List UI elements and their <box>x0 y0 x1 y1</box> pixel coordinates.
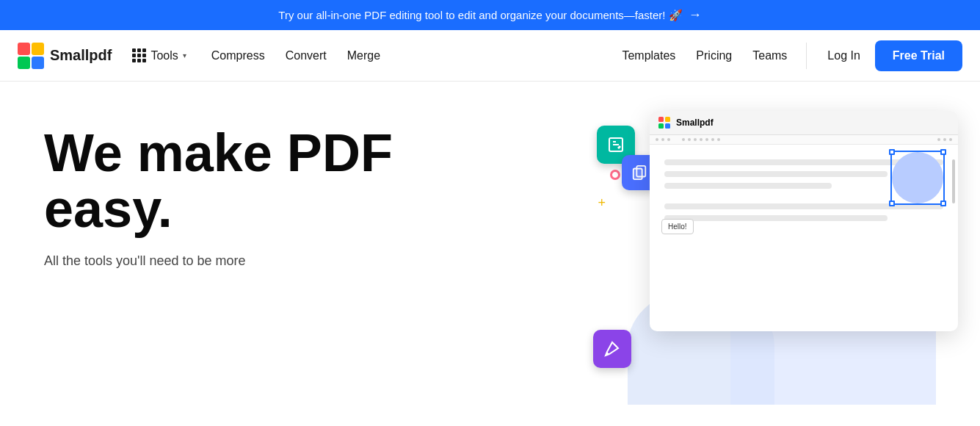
svg-rect-12 <box>658 123 664 129</box>
toolbar-dot <box>711 138 714 141</box>
announcement-arrow: → <box>689 7 702 23</box>
nav-divider <box>806 43 807 69</box>
titlebar-logo-icon <box>658 117 670 129</box>
pdf-editor-window: Smallpdf <box>650 111 958 331</box>
toolbar-dot <box>661 138 664 141</box>
nav-convert[interactable]: Convert <box>275 43 337 68</box>
grid-icon <box>132 48 146 62</box>
handle-br <box>940 201 946 206</box>
selection-border <box>890 151 945 205</box>
free-trial-button[interactable]: Free Trial <box>875 40 962 71</box>
svg-rect-0 <box>18 43 30 55</box>
deco-circle-pink <box>610 170 620 180</box>
window-content: Hello! <box>650 145 958 242</box>
deco-plus-yellow-2: + <box>598 195 606 211</box>
hello-label: Hello! <box>661 219 694 234</box>
login-link[interactable]: Log In <box>816 43 871 68</box>
nav-pricing[interactable]: Pricing <box>686 43 742 68</box>
svg-rect-3 <box>32 57 44 69</box>
svg-rect-13 <box>665 123 670 129</box>
toolbar-dot <box>949 138 952 141</box>
chevron-down-icon: ▾ <box>183 51 186 59</box>
window-toolbar <box>650 135 958 145</box>
announcement-text: Try our all-in-one PDF editing tool to e… <box>278 9 682 22</box>
scrollbar[interactable] <box>952 159 955 203</box>
float-icon-pen <box>593 330 631 368</box>
titlebar-app-name: Smallpdf <box>676 118 714 128</box>
hero-illustration: + ✕ + <box>525 82 980 405</box>
hero-title: We make PDF easy. <box>44 126 393 237</box>
selection-area <box>877 152 943 218</box>
svg-rect-10 <box>658 117 664 122</box>
toolbar-dot <box>694 138 697 141</box>
toolbar-dot <box>667 138 670 141</box>
doc-line <box>664 183 832 189</box>
announcement-banner[interactable]: Try our all-in-one PDF editing tool to e… <box>0 0 980 30</box>
svg-line-9 <box>614 344 617 347</box>
handle-tl <box>889 149 895 155</box>
logo-text: Smallpdf <box>50 47 112 64</box>
handle-bl <box>889 201 895 206</box>
nav-merge[interactable]: Merge <box>337 43 391 68</box>
nav-right-area: Log In Free Trial <box>816 40 962 71</box>
doc-line <box>664 171 888 177</box>
toolbar-dot <box>937 138 940 141</box>
logo-icon <box>18 43 44 69</box>
tools-menu[interactable]: Tools ▾ <box>123 43 195 68</box>
toolbar-dot <box>705 138 708 141</box>
toolbar-dot <box>717 138 720 141</box>
toolbar-dot <box>682 138 685 141</box>
nav-templates[interactable]: Templates <box>611 43 686 68</box>
nav-compress[interactable]: Compress <box>201 43 275 68</box>
toolbar-dot <box>700 138 703 141</box>
tools-label: Tools <box>150 49 178 62</box>
logo-link[interactable]: Smallpdf <box>18 43 112 69</box>
toolbar-dot <box>656 138 658 141</box>
hero-text-area: We make PDF easy. All the tools you'll n… <box>44 126 393 375</box>
navbar: Smallpdf Tools ▾ Compress Convert Merge … <box>0 30 980 82</box>
svg-rect-1 <box>32 43 44 55</box>
window-titlebar: Smallpdf <box>650 111 958 135</box>
toolbar-dot <box>688 138 691 141</box>
doc-line <box>664 215 888 221</box>
hero-subtitle: All the tools you'll need to be more <box>44 251 393 271</box>
hero-section: We make PDF easy. All the tools you'll n… <box>0 82 980 405</box>
svg-rect-2 <box>18 57 30 69</box>
handle-tr <box>940 149 946 155</box>
nav-teams[interactable]: Teams <box>742 43 797 68</box>
svg-rect-11 <box>665 117 670 122</box>
toolbar-dot <box>943 138 946 141</box>
svg-rect-8 <box>634 169 642 180</box>
